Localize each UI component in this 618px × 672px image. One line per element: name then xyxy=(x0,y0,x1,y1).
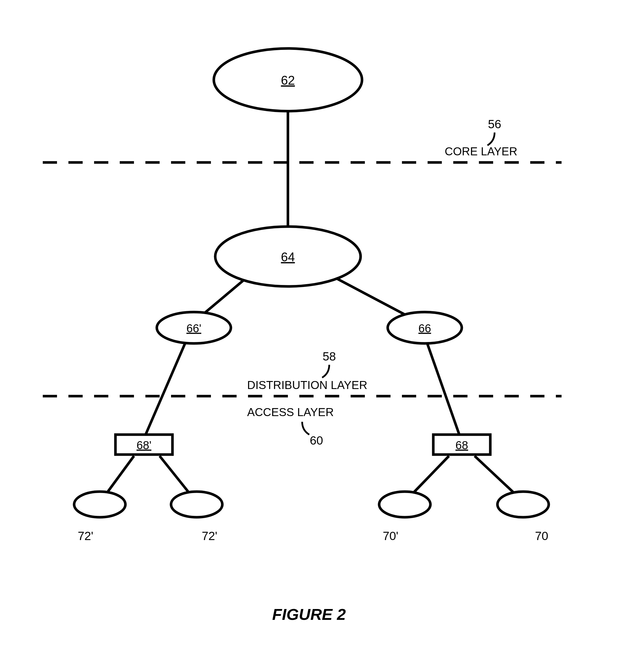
distribution-layer-ref: 58 xyxy=(323,350,336,363)
distribution-layer-leader xyxy=(322,365,329,377)
edge-66prime-68prime xyxy=(142,336,188,442)
node-66-label: 66 xyxy=(418,322,431,335)
core-layer-leader xyxy=(488,132,495,145)
leaf-72a-ref: 72' xyxy=(78,529,94,543)
leaf-70b-ref: 70 xyxy=(535,529,548,543)
leaf-70a xyxy=(379,491,430,517)
node-64-label: 64 xyxy=(281,250,295,264)
node-66prime-label: 66' xyxy=(186,322,201,335)
distribution-layer-label: DISTRIBUTION LAYER xyxy=(247,379,368,391)
figure-caption: FIGURE 2 xyxy=(272,605,346,623)
core-layer-label: CORE LAYER xyxy=(445,145,517,157)
node-68-label: 68 xyxy=(455,439,468,451)
access-layer-leader xyxy=(302,422,309,435)
leaf-72a xyxy=(74,491,125,517)
node-62-label: 62 xyxy=(281,73,295,87)
diagram-root: 62 56 CORE LAYER 64 66' 66 58 DISTRIBUTI… xyxy=(0,0,618,672)
leaf-72b xyxy=(171,491,222,517)
access-layer-label: ACCESS LAYER xyxy=(247,406,334,418)
access-layer-ref: 60 xyxy=(310,434,323,447)
leaf-70a-ref: 70' xyxy=(383,529,399,543)
core-layer-ref: 56 xyxy=(488,117,501,131)
leaf-72b-ref: 72' xyxy=(202,529,217,543)
edge-66-68 xyxy=(425,336,462,442)
node-68prime-label: 68' xyxy=(136,439,151,451)
leaf-70b xyxy=(497,491,549,517)
